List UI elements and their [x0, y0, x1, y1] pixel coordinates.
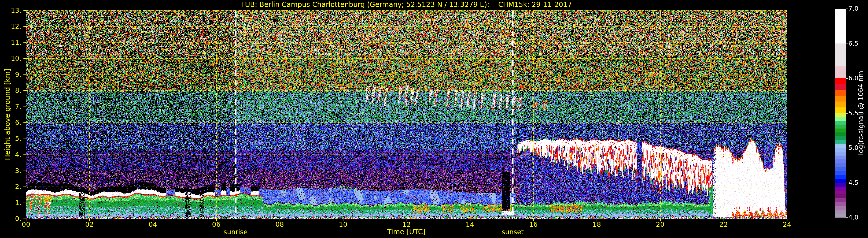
x-tick-label: 14 [459, 221, 482, 228]
x-tick-label: 20 [649, 221, 672, 228]
x-tick-label: 16 [522, 221, 545, 228]
x-tick-label: 08 [268, 221, 291, 228]
y-tick-label: 3. [0, 167, 22, 175]
x-tick-label: 00 [14, 221, 38, 228]
colorbar-tick-label: 6.5 [848, 40, 859, 48]
y-tick-label: 1. [0, 199, 22, 207]
event-label-sunset: sunset [487, 228, 539, 236]
x-axis-label: Time [UTC] [348, 228, 464, 236]
y-tick-label: 8. [0, 87, 22, 95]
ceilometer-quicklook-figure: TUB: Berlin Campus Charlottenburg (Germa… [0, 0, 868, 238]
x-tick-label: 24 [775, 221, 799, 228]
y-tick-label: 9. [0, 70, 22, 78]
y-tick-label: 13. [0, 6, 22, 14]
x-tick-label: 02 [78, 221, 101, 228]
y-tick-label: 4. [0, 150, 22, 159]
x-tick-label: 04 [142, 221, 164, 228]
x-tick-label: 12 [395, 221, 418, 228]
y-tick-label: 10. [0, 54, 22, 62]
y-tick-label: 7. [0, 103, 22, 111]
y-tick-label: 12. [0, 22, 22, 30]
event-label-sunrise: sunrise [210, 228, 262, 236]
x-tick-label: 10 [332, 221, 354, 228]
x-tick-label: 22 [712, 221, 735, 228]
y-axis-label: Height above ground [km] [3, 69, 11, 160]
plot-title: TUB: Berlin Campus Charlottenburg (Germa… [0, 1, 813, 9]
x-tick-label: 18 [585, 221, 608, 228]
y-tick-label: 2. [0, 182, 22, 191]
colorbar-tick-label: 4.0 [848, 213, 859, 222]
heatmap-canvas [0, 0, 868, 238]
colorbar-tick-label: 4.5 [848, 179, 859, 187]
y-tick-label: 5. [0, 135, 22, 143]
y-tick-label: 11. [0, 38, 22, 46]
colorbar-tick-label: 7.0 [848, 5, 859, 13]
colorbar-label: log(rc-signal) @ 1064 nm [857, 71, 865, 155]
x-tick-label: 06 [205, 221, 228, 228]
y-tick-label: 6. [0, 118, 22, 127]
